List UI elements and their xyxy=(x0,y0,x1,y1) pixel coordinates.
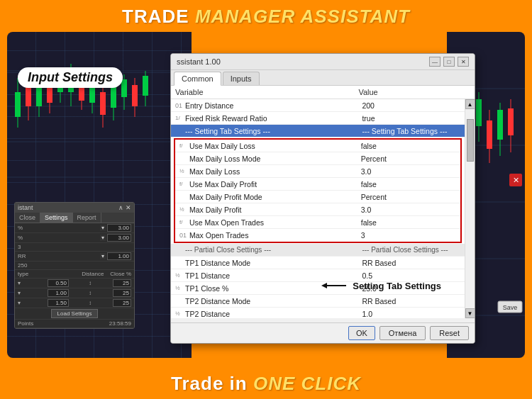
table-row: 01 Entry Distance 200 xyxy=(171,99,465,112)
svg-rect-23 xyxy=(111,86,116,108)
titlebar-buttons: — □ ✕ xyxy=(429,57,469,67)
svg-rect-27 xyxy=(132,85,138,106)
panel-load-btn-row: Load Settings xyxy=(15,308,134,320)
panel-row-1: % ▾ xyxy=(15,223,134,233)
dialog-titlebar: ssistant 1.00 — □ ✕ xyxy=(171,54,475,70)
content-area: istant ∧ ✕ Close Settings Report % ▾ % ▾ xyxy=(7,32,525,358)
panel-row-tp2: ▾ ↕ xyxy=(15,288,134,298)
table-row: f/ Use Max Daily Loss false xyxy=(175,140,460,152)
input-tp2-close[interactable] xyxy=(113,289,131,297)
table-row: TP2 Distance Mode RR Based xyxy=(171,295,465,308)
dialog-tabs: Common Inputs xyxy=(171,70,475,86)
panel-footer: Points 23:58:59 xyxy=(15,320,134,328)
scrollbar[interactable]: ▲ ▼ xyxy=(465,99,475,318)
tab-common[interactable]: Common xyxy=(174,72,221,86)
svg-rect-25 xyxy=(121,79,127,97)
bottom-banner: Trade in ONE CLICK xyxy=(0,373,532,395)
scrollbar-thumb[interactable] xyxy=(467,119,474,162)
table-row-highlighted: --- Setting Tab Settings --- --- Setting… xyxy=(171,125,465,137)
trade-manager-panel: istant ∧ ✕ Close Settings Report % ▾ % ▾ xyxy=(14,202,135,329)
input-tp2-dist[interactable] xyxy=(48,289,69,297)
svg-rect-41 xyxy=(476,99,482,126)
svg-rect-21 xyxy=(100,92,106,115)
speech-bubble: Input Settings xyxy=(18,67,123,88)
table-row: ½ TP2 Distance 1.0 xyxy=(171,308,465,318)
table-row: ½ Max Daily Loss 3.0 xyxy=(175,165,460,178)
annotation-label: Setting Tab Settings xyxy=(353,281,441,291)
ok-button[interactable]: OK xyxy=(348,326,375,340)
col-header-variable: Variable xyxy=(175,88,358,96)
panel-row-3: 3 xyxy=(15,243,134,252)
input-percent-2[interactable] xyxy=(107,234,131,242)
footer-text: Trade in ONE CLICK xyxy=(171,373,361,394)
scroll-up-button[interactable]: ▲ xyxy=(465,99,475,109)
panel-tabs: Close Settings Report xyxy=(15,213,134,223)
input-rr[interactable] xyxy=(107,252,131,260)
svg-rect-7 xyxy=(26,85,31,106)
table-row: f/ Use Max Open Trades false xyxy=(175,216,460,229)
svg-text:✕: ✕ xyxy=(513,176,519,184)
panel-row-2: % ▾ xyxy=(15,233,134,243)
table-row: Max Daily Profit Mode Percent xyxy=(175,191,460,203)
svg-rect-29 xyxy=(143,76,148,96)
table-row: TP1 Distance Mode RR Based xyxy=(171,257,465,269)
panel-row-rr: RR ▾ xyxy=(15,252,134,262)
table-row: ½ Max Daily Profit 3.0 xyxy=(175,203,460,216)
maximize-button[interactable]: □ xyxy=(443,57,455,67)
panel-title: istant xyxy=(18,204,33,211)
top-banner: TRADE MANAGER ASSISTANT xyxy=(0,0,532,32)
minimize-button[interactable]: — xyxy=(429,57,440,67)
svg-text:Save: Save xyxy=(503,304,518,311)
tab-settings[interactable]: Settings xyxy=(40,213,73,223)
load-settings-button[interactable]: Load Settings xyxy=(51,309,99,318)
main-title: TRADE MANAGER ASSISTANT xyxy=(122,6,410,27)
panel-controls: ∧ ✕ xyxy=(118,204,131,211)
cancel-button[interactable]: Отмена xyxy=(379,326,426,340)
speech-bubble-text: Input Settings xyxy=(28,70,113,84)
svg-rect-47 xyxy=(508,108,514,135)
panel-row-type-label: type Distance Close % xyxy=(15,270,134,279)
tab-close[interactable]: Close xyxy=(15,213,40,223)
dialog-bottom-buttons: OK Отмена Reset xyxy=(171,322,475,343)
red-bordered-section: f/ Use Max Daily Loss false Max Daily Lo… xyxy=(174,138,462,243)
outer-container: TRADE MANAGER ASSISTANT xyxy=(0,0,532,399)
input-percent-1[interactable] xyxy=(107,224,131,232)
panel-row-tp1: ▾ ↕ xyxy=(15,279,134,288)
dialog-title: ssistant 1.00 xyxy=(177,57,221,66)
table-header: Variable Value xyxy=(171,86,475,99)
input-tp3-dist[interactable] xyxy=(48,299,69,307)
svg-marker-53 xyxy=(321,283,327,288)
panel-row-tp3: ▾ ↕ xyxy=(15,298,134,308)
input-tp1-close[interactable] xyxy=(113,279,131,287)
input-tp3-close[interactable] xyxy=(113,299,131,307)
svg-rect-5 xyxy=(15,92,21,117)
annotation-container: Setting Tab Settings xyxy=(321,279,441,293)
input-tp1-dist[interactable] xyxy=(48,279,69,287)
tab-inputs[interactable]: Inputs xyxy=(223,72,260,85)
annotation-arrow-icon xyxy=(321,279,350,293)
table-row-partial-header: --- Partial Close Settings --- --- Parti… xyxy=(171,244,465,257)
table-row: Max Daily Loss Mode Percent xyxy=(175,152,460,165)
reset-button[interactable]: Reset xyxy=(430,326,469,340)
panel-header: istant ∧ ✕ xyxy=(15,203,134,213)
table-row: 01 Max Open Trades 3 xyxy=(175,229,460,242)
svg-rect-9 xyxy=(36,86,42,106)
svg-rect-43 xyxy=(487,120,492,149)
close-button[interactable]: ✕ xyxy=(458,57,469,67)
svg-rect-45 xyxy=(497,110,503,140)
table-row: f/ Use Max Daily Profit false xyxy=(175,178,460,191)
scroll-down-button[interactable]: ▼ xyxy=(465,308,475,318)
panel-row-250: 250 xyxy=(15,262,134,270)
col-header-value: Value xyxy=(358,88,460,96)
candlestick-chart xyxy=(7,35,177,227)
dialog-window: ssistant 1.00 — □ ✕ Common Inputs Variab… xyxy=(170,53,475,344)
tab-report[interactable]: Report xyxy=(73,213,101,223)
table-row: 1/ Fixed Risk Reward Ratio true xyxy=(171,112,465,125)
